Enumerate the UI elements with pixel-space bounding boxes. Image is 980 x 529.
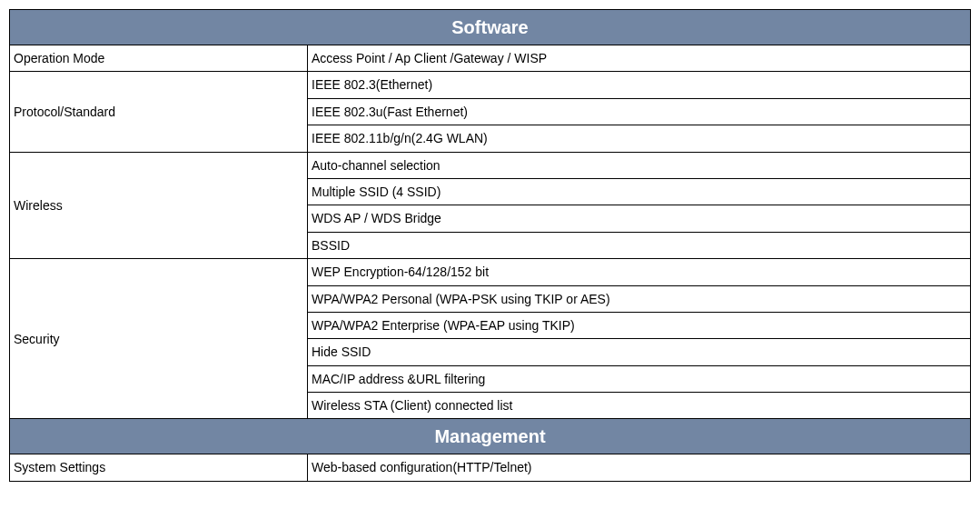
row-value-protocol-standard-0: IEEE 802.3(Ethernet) xyxy=(308,72,971,98)
row-label-security: Security xyxy=(10,259,308,419)
row-value-wireless-1: Multiple SSID (4 SSID) xyxy=(308,178,971,205)
row-value-security-1: WPA/WPA2 Personal (WPA-PSK using TKIP or… xyxy=(308,285,971,312)
row-value-operation-mode: Access Point / Ap Client /Gateway / WISP xyxy=(308,45,971,72)
row-label-system-settings: System Settings xyxy=(10,454,308,481)
row-value-wireless-2: WDS AP / WDS Bridge xyxy=(308,205,971,232)
row-value-wireless-3: BSSID xyxy=(308,232,971,258)
row-value-system-settings: Web-based configuration(HTTP/Telnet) xyxy=(308,454,971,481)
section-header-software: Software xyxy=(10,10,971,45)
row-label-operation-mode: Operation Mode xyxy=(10,45,308,72)
spec-table: Software Operation Mode Access Point / A… xyxy=(9,9,971,482)
row-value-security-0: WEP Encryption-64/128/152 bit xyxy=(308,259,971,285)
row-value-protocol-standard-2: IEEE 802.11b/g/n(2.4G WLAN) xyxy=(308,125,971,152)
row-value-protocol-standard-1: IEEE 802.3u(Fast Ethernet) xyxy=(308,98,971,125)
row-value-security-4: MAC/IP address &URL filtering xyxy=(308,365,971,392)
row-label-wireless: Wireless xyxy=(10,152,308,259)
row-value-security-5: Wireless STA (Client) connected list xyxy=(308,393,971,419)
row-label-protocol-standard: Protocol/Standard xyxy=(10,72,308,152)
section-header-management: Management xyxy=(10,419,971,454)
row-value-security-2: WPA/WPA2 Enterprise (WPA-EAP using TKIP) xyxy=(308,312,971,338)
row-value-wireless-0: Auto-channel selection xyxy=(308,152,971,178)
row-value-security-3: Hide SSID xyxy=(308,339,971,365)
